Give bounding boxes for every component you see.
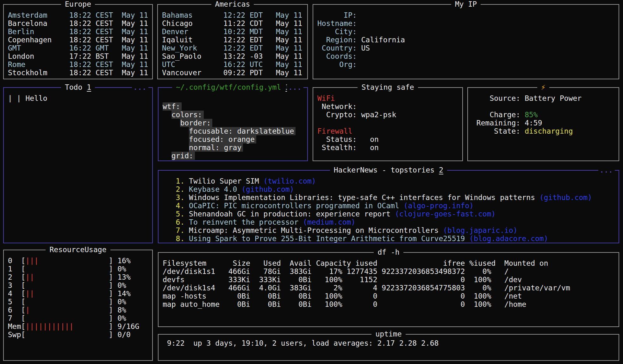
story-item-segment: Shenandoah GC in production: experience … xyxy=(189,210,395,218)
security-info-row-segment: Stealth: on xyxy=(317,143,379,152)
battery-info-row-segment: State: xyxy=(472,127,525,135)
clock-row: Denver 10:22 MDT May 11 xyxy=(162,27,307,36)
clock-row: London 17:22 BST May 11 xyxy=(8,52,152,60)
disk-table-row: map -hosts 0Bi 0Bi 0Bi 100% 0 0 100% /ne… xyxy=(163,292,619,300)
security-info-row-segment: WiFi xyxy=(317,94,335,102)
config-line: normal: gray xyxy=(163,143,307,152)
usage-meter-row: 6 [| ] 8% xyxy=(8,306,152,314)
panel-todo[interactable]: Todo1 ... | | Hello xyxy=(3,87,153,243)
panel-my-ip: My IP IP:Hostname: City: Region: Califor… xyxy=(313,4,619,79)
story-item[interactable]: 8. Using Spark to Prove 255-Bit Integer … xyxy=(163,234,619,243)
disk-table: Filesystem Size Used Avail Capacity iuse… xyxy=(159,253,619,308)
ip-info-row-segment: IP: xyxy=(317,11,357,19)
todo-item[interactable]: | | Hello xyxy=(8,94,152,102)
usage-meter-row-segment xyxy=(25,298,109,306)
security-info-row xyxy=(317,119,462,127)
disk-table-row-segment: map -hosts 0Bi 0Bi 0Bi 100% 0 0 100% /ne… xyxy=(163,292,522,300)
ip-info-row-segment: US xyxy=(357,44,370,52)
story-item-segment: 3. xyxy=(163,193,189,202)
config-line: grid: xyxy=(163,152,307,160)
clock-row: Stockholm 18:22 CEST May 11 xyxy=(8,69,152,77)
battery-info-row-segment: Remaining: 4:59 xyxy=(472,119,542,127)
clock-list-americas: Bahamas 12:22 EDT May 11Chicago 11:22 CD… xyxy=(158,5,307,77)
disk-table-row: devfs 333Ki 333Ki 0Bi 100% 1152 0 100% /… xyxy=(163,276,619,284)
clock-row-segment: GMT 16:22 GMT May 11 xyxy=(8,44,148,52)
security-info-row: Firewall xyxy=(317,127,462,135)
usage-meter-row: 2 [|| ] 13% xyxy=(8,273,152,281)
config-line-segment: focusable: darkslateblue xyxy=(189,127,296,135)
usage-meter-row-segment: 4 [ xyxy=(8,289,25,298)
usage-meter-row-segment: 6 [ xyxy=(8,306,25,314)
usage-meter-row-segment: ] 0/0 xyxy=(109,331,131,339)
story-item[interactable]: 1. Twilio Super SIM (twilio.com) xyxy=(163,177,619,185)
uptime-row: 9:22 up 3 days, 19:10, 2 users, load ave… xyxy=(163,339,619,347)
clock-row: Bahamas 12:22 EDT May 11 xyxy=(162,11,307,19)
ip-info-row: Country: US xyxy=(317,44,619,52)
battery-info-row: Source: Battery Power xyxy=(472,94,619,102)
usage-meter-row-segment: 3 [ xyxy=(8,281,25,289)
ip-info-row: Hostname: xyxy=(317,19,619,27)
story-item[interactable]: 5. Shenandoah GC in production: experien… xyxy=(163,210,619,218)
usage-meter-row-segment xyxy=(34,273,109,281)
usage-meter-row-segment: | xyxy=(25,306,30,314)
ip-info-row-segment: Org: xyxy=(317,60,357,69)
usage-meter-row-segment xyxy=(39,257,109,265)
battery-info-row xyxy=(472,102,619,111)
config-line-segment xyxy=(163,127,189,135)
security-info-list: WiFi Network: Crypto: wpa2-pskFirewall S… xyxy=(313,88,462,152)
ip-info-list: IP:Hostname: City: Region: California Co… xyxy=(313,5,619,69)
usage-meter-row-segment: Swp[ xyxy=(8,331,25,339)
story-item[interactable]: 6. To reinvent the processor (medium.com… xyxy=(163,218,619,226)
config-line: focused: orange xyxy=(163,135,307,143)
panel-hackernews[interactable]: HackerNews - topstories2 ... 1. Twilio S… xyxy=(158,170,619,243)
clock-row-segment: London 17:22 BST May 11 xyxy=(8,52,148,60)
story-item-segment: (github.com) xyxy=(241,185,294,193)
story-item-segment: Using Spark to Prove 255-Bit Integer Ari… xyxy=(189,234,469,243)
panel-resource-usage: ResourceUsage 0 [||| ] 16%1 [ ] 0%2 [|| … xyxy=(3,250,153,361)
clock-row: Copenhagen 18:22 CEST May 11 xyxy=(8,36,152,44)
story-item-segment: (algo-prog.info) xyxy=(404,202,474,210)
clock-row-segment: Iqaluit 12:22 EDT May 11 xyxy=(162,36,302,44)
clock-row-segment: Rome 18:22 CEST May 11 xyxy=(8,60,148,69)
clock-row-segment: Barcelona 18:22 CEST May 11 xyxy=(8,19,148,27)
usage-meter-row-segment: ] 0% xyxy=(109,314,126,322)
config-line-segment: grid: xyxy=(171,152,195,160)
security-info-row-segment: Firewall xyxy=(317,127,352,135)
clock-row-segment: Vancouver 09:22 PDT May 11 xyxy=(162,69,302,77)
panel-disk-free: df -h Filesystem Size Used Avail Capacit… xyxy=(158,252,619,327)
story-item[interactable]: 7. Microamp: Asymmetric Multi-Processing… xyxy=(163,226,619,234)
disk-table-row-segment: /dev/disk1s4 466Gi 4.0Gi 383Gi 2% 4 9223… xyxy=(163,284,570,292)
usage-meter-row: 5 [ ] 0% xyxy=(8,298,152,306)
clock-row: Rome 18:22 CEST May 11 xyxy=(8,60,152,69)
story-item-segment: (blog.japaric.io) xyxy=(443,226,517,234)
usage-meter-row-segment: 7 [ xyxy=(8,314,25,322)
usage-meter-row-segment: ||||||||||| xyxy=(25,322,73,331)
usage-meter-row-segment: ] 8% xyxy=(109,306,126,314)
clock-row: Berlin 18:22 CEST May 11 xyxy=(8,27,152,36)
clock-row: Vancouver 09:22 PDT May 11 xyxy=(162,69,307,77)
story-item-segment: 7. xyxy=(163,226,189,234)
usage-meter-row-segment: 5 [ xyxy=(8,298,25,306)
story-item[interactable]: 2. Keybase 4.0 (github.com) xyxy=(163,185,619,193)
clock-row-segment: Sao_Paolo 13:22 -03 May 11 xyxy=(162,52,302,60)
usage-meter-row-segment xyxy=(25,314,109,322)
panel-config-yml[interactable]: ~/.config/wtf/config.yml3 ... wtf: color… xyxy=(158,87,308,161)
ip-info-row-segment: Country: xyxy=(317,44,357,52)
story-item[interactable]: 3. Windows Implementation Libraries: typ… xyxy=(163,193,619,202)
more-indicator-icon: ... xyxy=(287,83,303,92)
usage-meter-row-segment: 1 [ xyxy=(8,265,25,273)
usage-meter-row: 4 [|| ] 14% xyxy=(8,289,152,298)
ip-info-row: Region: California xyxy=(317,36,619,44)
clock-row-segment: Chicago 11:22 CDT May 11 xyxy=(162,19,302,27)
disk-table-row-segment: devfs 333Ki 333Ki 0Bi 100% 1152 0 100% /… xyxy=(163,276,522,284)
config-line-segment: border: xyxy=(180,119,212,127)
battery-info-row-segment: 85% xyxy=(525,111,538,119)
ip-info-row-segment: Hostname: xyxy=(317,19,357,27)
clock-row: Iqaluit 12:22 EDT May 11 xyxy=(162,36,307,44)
disk-table-row-segment: /dev/disk1s1 466Gi 78Gi 383Gi 17% 127743… xyxy=(163,267,509,276)
story-item[interactable]: 4. OCaPIC: PIC microcontrollers programm… xyxy=(163,202,619,210)
config-file-view: wtf: colors: border: focusable: darkslat… xyxy=(159,88,307,160)
ip-info-row-segment: California xyxy=(357,36,405,44)
panel-europe-clocks: Europe Amsterdam 18:22 CEST May 11Barcel… xyxy=(3,4,153,79)
config-line xyxy=(163,94,307,102)
